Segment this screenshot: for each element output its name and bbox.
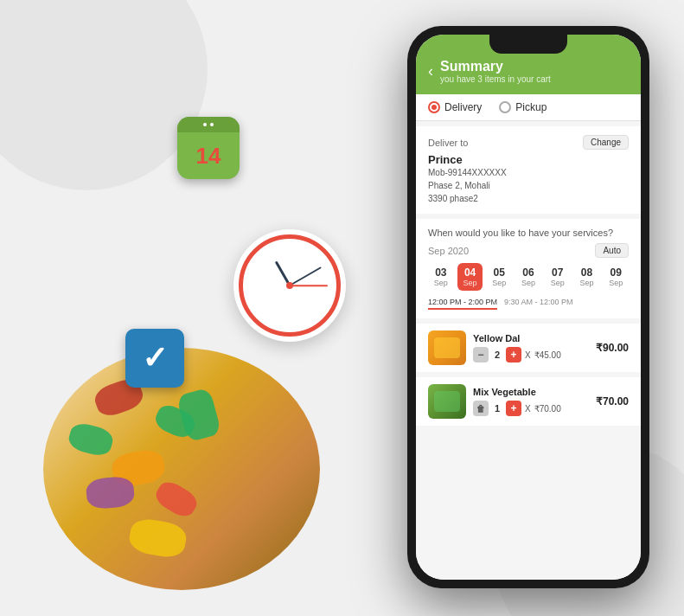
mv-thumb	[434, 391, 460, 412]
increase-yellow-dal-button[interactable]: +	[506, 347, 521, 363]
date-num-04: 04	[464, 266, 476, 279]
calendar-number: 14	[196, 143, 221, 170]
calendar-icon: 14	[177, 117, 240, 179]
date-09[interactable]: 09 Sep	[603, 263, 629, 291]
date-day-06: Sep	[521, 279, 535, 287]
change-button[interactable]: Change	[583, 135, 629, 150]
phone-mockup: ‹ Summary you have 3 items in your cart …	[407, 26, 649, 588]
date-num-06: 06	[522, 266, 534, 279]
header-text: Summary you have 3 items in your cart	[440, 59, 629, 84]
bg-circle-top	[0, 0, 208, 190]
item-qty-mix-veg: 1	[492, 403, 502, 414]
veggie-yellow	[127, 517, 189, 561]
delivery-options: Delivery Pickup	[416, 94, 641, 121]
date-num-07: 07	[552, 266, 563, 279]
pickup-label: Pickup	[515, 101, 547, 113]
calendar-dots	[203, 123, 214, 126]
phone-inner: ‹ Summary you have 3 items in your cart …	[416, 35, 641, 580]
deliver-name: Prince	[428, 153, 629, 166]
deliver-header: Deliver to Change	[428, 135, 629, 150]
clock-hand-min	[290, 266, 322, 286]
date-day-08: Sep	[579, 279, 593, 287]
schedule-month-row: Sep 2020 Auto	[428, 243, 629, 258]
item-total-yellow-dal: ₹90.00	[596, 342, 629, 354]
item-details-yellow-dal: Yellow Dal − 2 + X ₹45.00	[473, 333, 589, 363]
app-content: Delivery Pickup Deliver to Change Prince…	[416, 94, 641, 580]
yd-thumb	[434, 337, 460, 358]
date-04[interactable]: 04 Sep	[457, 263, 483, 291]
increase-mix-veg-button[interactable]: +	[506, 401, 521, 416]
cart-item-yellow-dal: Yellow Dal − 2 + X ₹45.00 ₹90.00	[416, 324, 641, 372]
item-multiply-yellow-dal: X	[525, 350, 531, 360]
schedule-month: Sep 2020	[428, 246, 469, 256]
item-controls-yellow-dal: − 2 + X ₹45.00	[473, 347, 589, 363]
delivery-label: Delivery	[444, 101, 482, 113]
date-06[interactable]: 06 Sep	[515, 263, 541, 291]
veggie-green1	[67, 420, 116, 459]
date-03[interactable]: 03 Sep	[428, 263, 454, 291]
date-day-07: Sep	[551, 279, 565, 287]
date-05[interactable]: 05 Sep	[486, 263, 512, 291]
deliver-address: 3390 phase2	[428, 192, 629, 205]
calendar-top-bar	[177, 117, 240, 132]
calendar-date-area: 14	[196, 132, 221, 179]
item-qty-yellow-dal: 2	[492, 350, 502, 360]
delivery-radio-inner	[431, 105, 437, 110]
phone-notch	[489, 35, 567, 54]
deliver-label: Deliver to	[428, 138, 468, 148]
auto-button[interactable]: Auto	[595, 243, 629, 258]
back-button[interactable]: ‹	[428, 62, 433, 80]
schedule-label: When would you like to have your service…	[428, 228, 629, 238]
deliver-mobile: Mob-99144XXXXXX	[428, 166, 629, 179]
date-num-09: 09	[610, 266, 621, 279]
dates-row: 03 Sep 04 Sep 05 Sep 06 Sep	[428, 263, 629, 291]
decrease-yellow-dal-button[interactable]: −	[473, 347, 489, 363]
date-num-03: 03	[435, 266, 446, 279]
clock-face	[239, 234, 341, 337]
date-08[interactable]: 08 Sep	[574, 263, 600, 291]
date-day-03: Sep	[434, 279, 448, 287]
schedule-section: When would you like to have your service…	[416, 219, 641, 318]
time-slot-active[interactable]: 12:00 PM - 2:00 PM	[428, 298, 497, 310]
item-total-mix-veg: ₹70.00	[596, 395, 629, 407]
delete-mix-veg-button[interactable]: 🗑	[473, 401, 489, 416]
header-subtitle: you have 3 items in your cart	[440, 74, 629, 84]
checkbox-icon: ✓	[125, 329, 184, 388]
cart-item-mix-veg: Mix Vegetable 🗑 1 + X ₹70.00 ₹70.00	[416, 377, 641, 426]
item-unit-price-yellow-dal: ₹45.00	[534, 350, 561, 360]
item-image-yellow-dal	[428, 330, 466, 365]
item-controls-mix-veg: 🗑 1 + X ₹70.00	[473, 401, 589, 416]
clock-center-dot	[286, 282, 293, 289]
item-image-mix-veg	[428, 384, 466, 419]
clock-container	[233, 229, 346, 342]
veggie-red2	[152, 478, 201, 521]
time-slots: 12:00 PM - 2:00 PM 9:30 AM - 12:00 PM	[428, 298, 629, 310]
date-07[interactable]: 07 Sep	[545, 263, 571, 291]
date-day-05: Sep	[492, 279, 506, 287]
date-day-04: Sep	[463, 279, 477, 287]
checkmark-icon: ✓	[142, 340, 168, 376]
item-details-mix-veg: Mix Vegetable 🗑 1 + X ₹70.00	[473, 387, 589, 416]
veggie-purple	[86, 476, 136, 510]
pickup-radio[interactable]	[499, 101, 511, 113]
time-slot-inactive[interactable]: 9:30 AM - 12:00 PM	[504, 298, 573, 310]
calendar-dot-right	[210, 123, 214, 126]
date-day-09: Sep	[609, 279, 623, 287]
date-num-05: 05	[494, 266, 505, 279]
header-title: Summary	[440, 59, 629, 74]
deliver-area: Phase 2, Mohali	[428, 179, 629, 192]
delivery-radio[interactable]	[428, 101, 440, 113]
item-unit-price-mix-veg: ₹70.00	[534, 404, 561, 414]
item-name-yellow-dal: Yellow Dal	[473, 333, 589, 343]
pickup-option[interactable]: Pickup	[499, 101, 547, 113]
clock-hand-sec	[290, 285, 328, 286]
deliver-section: Deliver to Change Prince Mob-99144XXXXXX…	[416, 126, 641, 214]
delivery-option[interactable]: Delivery	[428, 101, 482, 113]
date-num-08: 08	[581, 266, 592, 279]
item-multiply-mix-veg: X	[525, 404, 531, 414]
item-name-mix-veg: Mix Vegetable	[473, 387, 589, 397]
calendar-dot-left	[203, 123, 207, 126]
